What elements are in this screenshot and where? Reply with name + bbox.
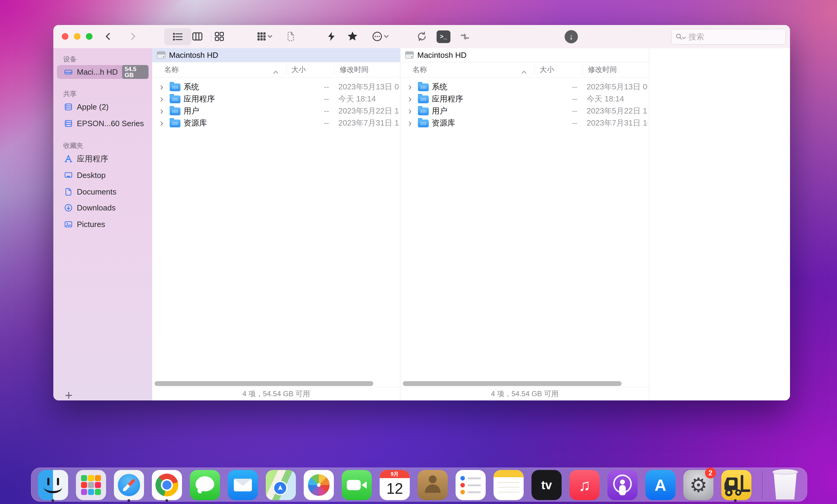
contacts-silhouette-body [425, 484, 441, 493]
more-options-chevron[interactable] [382, 30, 390, 43]
column-view-button[interactable] [191, 30, 204, 43]
dock-facetime-icon[interactable] [342, 470, 372, 500]
close-button[interactable] [62, 33, 68, 40]
sidebar-item-documents[interactable]: Documents [57, 185, 148, 199]
downloads-button[interactable]: ↓ [565, 30, 578, 43]
quick-actions-button[interactable] [325, 30, 338, 43]
disclosure-chevron-icon[interactable]: › [408, 81, 412, 92]
sidebar-item-pictures[interactable]: Pictures [57, 217, 148, 231]
icon-view-button[interactable] [213, 30, 226, 43]
column-size[interactable]: 大小 [540, 62, 554, 77]
folder-icon [170, 119, 180, 127]
dock-launchpad-icon[interactable] [76, 470, 106, 500]
sidebar-item-macintosh-hd[interactable]: Maci...h HD 54.5 GB [57, 65, 148, 79]
pane-empty[interactable] [649, 48, 790, 400]
dock-calendar-icon[interactable]: 9月 12 [380, 470, 410, 500]
file-row[interactable]: › 资源库 -- 2023年7月31日 16 [152, 117, 400, 129]
dock-forklift-icon[interactable] [721, 470, 751, 500]
volume-icon [157, 52, 165, 59]
search-field[interactable] [671, 29, 786, 44]
download-arrow-glyph: ↓ [569, 32, 573, 41]
dock-messages-icon[interactable] [190, 470, 220, 500]
dock-photos-icon[interactable] [304, 470, 334, 500]
file-name: 资源库 [432, 117, 455, 129]
path-bar[interactable]: Macintosh HD [152, 48, 400, 62]
dock-notes-icon[interactable] [494, 470, 524, 500]
dock: 9月 12 tv ♫ A ⚙ 2 [31, 468, 807, 502]
forward-button[interactable] [126, 30, 139, 43]
minimize-button[interactable] [74, 33, 81, 40]
folder-icon [170, 83, 180, 91]
sidebar-item-desktop[interactable]: Desktop [57, 168, 148, 182]
disclosure-chevron-icon[interactable]: › [160, 117, 163, 128]
file-row[interactable]: › 系统 -- 2023年5月13日 06 [152, 81, 400, 93]
column-size[interactable]: 大小 [291, 62, 306, 77]
disclosure-chevron-icon[interactable]: › [160, 81, 163, 92]
dock-music-icon[interactable]: ♫ [569, 470, 600, 500]
running-indicator-safari [127, 499, 130, 502]
file-row[interactable]: › 用户 -- 2023年5月22日 17 [152, 105, 400, 117]
dock-chrome-icon[interactable] [152, 470, 182, 500]
dock-trash-icon[interactable] [770, 470, 800, 500]
reminders-line [468, 484, 481, 486]
dock-app-store-icon[interactable]: A [645, 470, 676, 500]
file-row[interactable]: › 应用程序 -- 今天 18:14 [152, 93, 400, 105]
sidebar-item-downloads[interactable]: Downloads [57, 201, 148, 214]
launchpad-tile [95, 489, 101, 495]
file-size: -- [286, 117, 329, 129]
disclosure-chevron-icon[interactable]: › [160, 105, 163, 116]
column-modified[interactable]: 修改时间 [340, 62, 369, 77]
add-sidebar-item-button[interactable]: + [61, 388, 76, 400]
new-file-button[interactable] [284, 30, 297, 43]
list-view-button[interactable] [164, 28, 191, 45]
dock-safari-icon[interactable] [114, 470, 144, 500]
disclosure-chevron-icon[interactable]: › [408, 105, 412, 116]
sidebar-item-applications[interactable]: 应用程序 [57, 152, 148, 166]
dock-system-preferences-icon[interactable]: ⚙ 2 [683, 470, 713, 500]
dock-mail-icon[interactable] [228, 470, 258, 500]
zoom-button[interactable] [86, 33, 92, 40]
dock-finder-icon[interactable] [38, 470, 68, 500]
horizontal-scrollbar[interactable] [155, 381, 373, 386]
column-name[interactable]: 名称 [164, 62, 179, 77]
file-row[interactable]: › 资源库 -- 2023年7月31日 16 [400, 117, 649, 129]
messages-bubble-tail [196, 489, 203, 493]
file-row[interactable]: › 系统 -- 2023年5月13日 06 [400, 81, 649, 93]
sync-button[interactable] [415, 30, 428, 43]
back-button[interactable] [102, 30, 115, 43]
column-name[interactable]: 名称 [412, 62, 427, 77]
terminal-button[interactable]: >_ [437, 31, 450, 43]
sidebar-item-apple[interactable]: Apple (2) [57, 100, 148, 114]
column-modified[interactable]: 修改时间 [588, 62, 617, 77]
dock-contacts-icon[interactable] [417, 470, 448, 500]
column-divider[interactable] [583, 65, 583, 74]
column-divider[interactable] [534, 65, 535, 74]
path-bar[interactable]: Macintosh HD [400, 48, 649, 62]
forklift-glyph [721, 470, 751, 500]
favorite-button[interactable] [346, 30, 359, 43]
dock-podcasts-icon[interactable] [607, 470, 638, 500]
transfers-button[interactable] [458, 30, 471, 43]
download-circle-icon [64, 203, 73, 212]
search-input[interactable] [688, 32, 782, 42]
disclosure-chevron-icon[interactable]: › [160, 93, 163, 104]
sidebar-section-shared: 共享 [63, 89, 76, 98]
file-row[interactable]: › 用户 -- 2023年5月22日 17 [400, 105, 649, 117]
group-by-chevron[interactable] [266, 30, 274, 43]
dock-reminders-icon[interactable] [456, 470, 486, 500]
column-divider[interactable] [286, 65, 287, 74]
column-headers: 名称 大小 修改时间 [152, 62, 400, 77]
dock-maps-icon[interactable] [266, 470, 296, 500]
file-size: -- [534, 81, 577, 93]
podcasts-head [620, 480, 625, 484]
dock-tv-icon[interactable]: tv [532, 470, 562, 500]
more-options-button[interactable] [371, 30, 384, 43]
toolbar: >_ ↓ [53, 25, 790, 49]
sort-asc-icon [273, 68, 278, 76]
horizontal-scrollbar[interactable] [403, 381, 622, 386]
disclosure-chevron-icon[interactable]: › [408, 117, 412, 128]
sidebar-item-epson[interactable]: EPSON...60 Series [57, 116, 148, 130]
file-row[interactable]: › 应用程序 -- 今天 18:14 [400, 93, 649, 105]
chrome-hub [161, 479, 173, 491]
disclosure-chevron-icon[interactable]: › [408, 93, 412, 104]
